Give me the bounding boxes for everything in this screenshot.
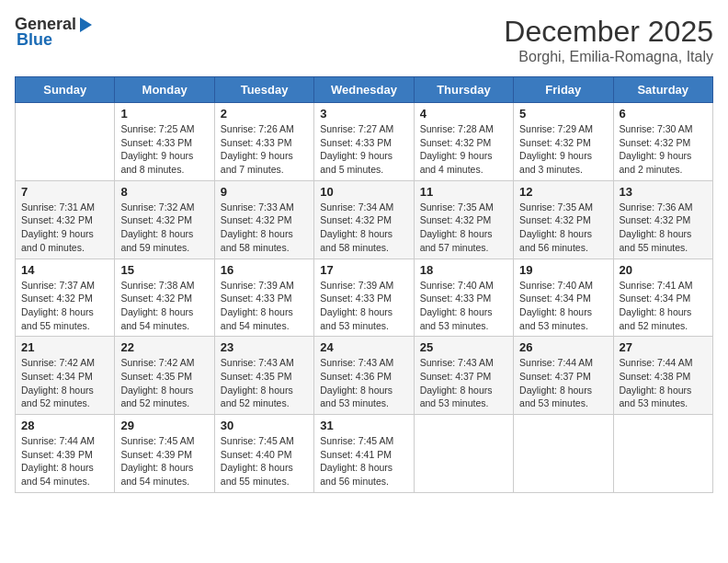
day-info: Sunrise: 7:42 AM Sunset: 4:35 PM Dayligh… xyxy=(120,356,208,410)
day-info: Sunrise: 7:41 AM Sunset: 4:34 PM Dayligh… xyxy=(620,279,707,333)
weekday-header: Monday xyxy=(115,77,214,103)
day-number: 5 xyxy=(519,107,607,121)
calendar-cell: 3Sunrise: 7:27 AM Sunset: 4:33 PM Daylig… xyxy=(314,103,414,181)
calendar-cell: 27Sunrise: 7:44 AM Sunset: 4:38 PM Dayli… xyxy=(613,337,712,415)
calendar-week-row: 14Sunrise: 7:37 AM Sunset: 4:32 PM Dayli… xyxy=(16,259,713,337)
calendar-cell: 26Sunrise: 7:44 AM Sunset: 4:37 PM Dayli… xyxy=(514,337,613,415)
calendar-cell: 2Sunrise: 7:26 AM Sunset: 4:33 PM Daylig… xyxy=(214,103,313,181)
day-info: Sunrise: 7:43 AM Sunset: 4:36 PM Dayligh… xyxy=(320,356,407,410)
day-info: Sunrise: 7:37 AM Sunset: 4:32 PM Dayligh… xyxy=(21,279,108,333)
calendar-cell: 17Sunrise: 7:39 AM Sunset: 4:33 PM Dayli… xyxy=(314,259,414,337)
day-number: 28 xyxy=(21,419,108,432)
calendar-cell: 18Sunrise: 7:40 AM Sunset: 4:33 PM Dayli… xyxy=(414,259,513,337)
day-number: 26 xyxy=(519,340,607,354)
day-number: 27 xyxy=(620,340,707,354)
calendar-cell xyxy=(514,415,613,493)
calendar-cell: 14Sunrise: 7:37 AM Sunset: 4:32 PM Dayli… xyxy=(16,259,115,337)
day-number: 4 xyxy=(420,107,507,121)
day-number: 18 xyxy=(420,263,507,277)
day-info: Sunrise: 7:26 AM Sunset: 4:33 PM Dayligh… xyxy=(221,122,308,177)
weekday-header: Friday xyxy=(514,77,613,103)
day-info: Sunrise: 7:36 AM Sunset: 4:32 PM Dayligh… xyxy=(620,201,707,255)
day-info: Sunrise: 7:45 AM Sunset: 4:39 PM Dayligh… xyxy=(120,434,208,488)
day-number: 21 xyxy=(21,340,108,354)
weekday-header-row: SundayMondayTuesdayWednesdayThursdayFrid… xyxy=(16,77,713,103)
day-number: 8 xyxy=(120,185,208,199)
calendar-cell: 15Sunrise: 7:38 AM Sunset: 4:32 PM Dayli… xyxy=(115,259,214,337)
calendar-cell: 6Sunrise: 7:30 AM Sunset: 4:32 PM Daylig… xyxy=(613,103,712,181)
day-info: Sunrise: 7:28 AM Sunset: 4:32 PM Dayligh… xyxy=(420,122,507,177)
weekday-header: Saturday xyxy=(613,77,712,103)
day-number: 31 xyxy=(320,419,407,432)
day-number: 7 xyxy=(21,185,108,199)
calendar-cell xyxy=(414,415,513,493)
calendar-table: SundayMondayTuesdayWednesdayThursdayFrid… xyxy=(15,76,713,493)
calendar-cell: 22Sunrise: 7:42 AM Sunset: 4:35 PM Dayli… xyxy=(115,337,214,415)
day-number: 25 xyxy=(420,340,507,354)
calendar-cell: 20Sunrise: 7:41 AM Sunset: 4:34 PM Dayli… xyxy=(613,259,712,337)
day-number: 20 xyxy=(620,263,707,277)
day-number: 2 xyxy=(221,107,308,121)
day-number: 13 xyxy=(620,185,707,199)
day-info: Sunrise: 7:43 AM Sunset: 4:35 PM Dayligh… xyxy=(221,356,308,410)
day-number: 12 xyxy=(519,185,607,199)
day-info: Sunrise: 7:43 AM Sunset: 4:37 PM Dayligh… xyxy=(420,356,507,410)
weekday-header: Sunday xyxy=(16,77,115,103)
day-number: 24 xyxy=(320,340,407,354)
calendar-week-row: 7Sunrise: 7:31 AM Sunset: 4:32 PM Daylig… xyxy=(16,180,713,259)
day-info: Sunrise: 7:34 AM Sunset: 4:32 PM Dayligh… xyxy=(320,201,407,255)
calendar-cell: 31Sunrise: 7:45 AM Sunset: 4:41 PM Dayli… xyxy=(314,415,414,493)
calendar-cell: 4Sunrise: 7:28 AM Sunset: 4:32 PM Daylig… xyxy=(414,103,513,181)
calendar-cell: 30Sunrise: 7:45 AM Sunset: 4:40 PM Dayli… xyxy=(214,415,313,493)
calendar-cell: 25Sunrise: 7:43 AM Sunset: 4:37 PM Dayli… xyxy=(414,337,513,415)
day-info: Sunrise: 7:30 AM Sunset: 4:32 PM Dayligh… xyxy=(620,122,707,177)
day-number: 23 xyxy=(221,340,308,354)
day-info: Sunrise: 7:25 AM Sunset: 4:33 PM Dayligh… xyxy=(120,122,208,177)
calendar-cell: 8Sunrise: 7:32 AM Sunset: 4:32 PM Daylig… xyxy=(115,180,214,259)
day-number: 15 xyxy=(120,263,208,277)
day-info: Sunrise: 7:27 AM Sunset: 4:33 PM Dayligh… xyxy=(320,122,407,177)
day-number: 16 xyxy=(221,263,308,277)
day-number: 30 xyxy=(221,419,308,432)
calendar-week-row: 28Sunrise: 7:44 AM Sunset: 4:39 PM Dayli… xyxy=(16,415,713,493)
day-info: Sunrise: 7:35 AM Sunset: 4:32 PM Dayligh… xyxy=(420,201,507,255)
day-info: Sunrise: 7:31 AM Sunset: 4:32 PM Dayligh… xyxy=(21,201,108,255)
calendar-cell xyxy=(613,415,712,493)
day-info: Sunrise: 7:38 AM Sunset: 4:32 PM Dayligh… xyxy=(120,279,208,333)
day-info: Sunrise: 7:44 AM Sunset: 4:37 PM Dayligh… xyxy=(519,356,607,410)
day-info: Sunrise: 7:44 AM Sunset: 4:39 PM Dayligh… xyxy=(21,434,108,488)
calendar-cell: 23Sunrise: 7:43 AM Sunset: 4:35 PM Dayli… xyxy=(214,337,313,415)
weekday-header: Tuesday xyxy=(214,77,313,103)
day-number: 3 xyxy=(320,107,407,121)
day-number: 29 xyxy=(120,419,208,432)
day-info: Sunrise: 7:35 AM Sunset: 4:32 PM Dayligh… xyxy=(519,201,607,255)
calendar-cell: 5Sunrise: 7:29 AM Sunset: 4:32 PM Daylig… xyxy=(514,103,613,181)
day-info: Sunrise: 7:44 AM Sunset: 4:38 PM Dayligh… xyxy=(620,356,707,410)
calendar-cell: 1Sunrise: 7:25 AM Sunset: 4:33 PM Daylig… xyxy=(115,103,214,181)
day-info: Sunrise: 7:42 AM Sunset: 4:34 PM Dayligh… xyxy=(21,356,108,410)
day-info: Sunrise: 7:39 AM Sunset: 4:33 PM Dayligh… xyxy=(320,279,407,333)
day-info: Sunrise: 7:40 AM Sunset: 4:33 PM Dayligh… xyxy=(420,279,507,333)
day-number: 11 xyxy=(420,185,507,199)
logo: General Blue xyxy=(15,15,94,50)
calendar-cell: 10Sunrise: 7:34 AM Sunset: 4:32 PM Dayli… xyxy=(314,180,414,259)
calendar-week-row: 1Sunrise: 7:25 AM Sunset: 4:33 PM Daylig… xyxy=(16,103,713,181)
location-subtitle: Borghi, Emilia-Romagna, Italy xyxy=(504,49,713,65)
calendar-cell: 11Sunrise: 7:35 AM Sunset: 4:32 PM Dayli… xyxy=(414,180,513,259)
day-info: Sunrise: 7:40 AM Sunset: 4:34 PM Dayligh… xyxy=(519,279,607,333)
title-area: December 2025 Borghi, Emilia-Romagna, It… xyxy=(504,15,713,65)
calendar-cell: 29Sunrise: 7:45 AM Sunset: 4:39 PM Dayli… xyxy=(115,415,214,493)
weekday-header: Thursday xyxy=(414,77,513,103)
calendar-cell: 19Sunrise: 7:40 AM Sunset: 4:34 PM Dayli… xyxy=(514,259,613,337)
calendar-cell: 9Sunrise: 7:33 AM Sunset: 4:32 PM Daylig… xyxy=(214,180,313,259)
day-number: 17 xyxy=(320,263,407,277)
calendar-cell: 21Sunrise: 7:42 AM Sunset: 4:34 PM Dayli… xyxy=(16,337,115,415)
day-info: Sunrise: 7:29 AM Sunset: 4:32 PM Dayligh… xyxy=(519,122,607,177)
logo-arrow-icon xyxy=(80,17,92,32)
day-number: 14 xyxy=(21,263,108,277)
day-info: Sunrise: 7:45 AM Sunset: 4:40 PM Dayligh… xyxy=(221,434,308,488)
day-number: 22 xyxy=(120,340,208,354)
month-title: December 2025 xyxy=(504,15,713,49)
day-number: 19 xyxy=(519,263,607,277)
calendar-cell: 24Sunrise: 7:43 AM Sunset: 4:36 PM Dayli… xyxy=(314,337,414,415)
